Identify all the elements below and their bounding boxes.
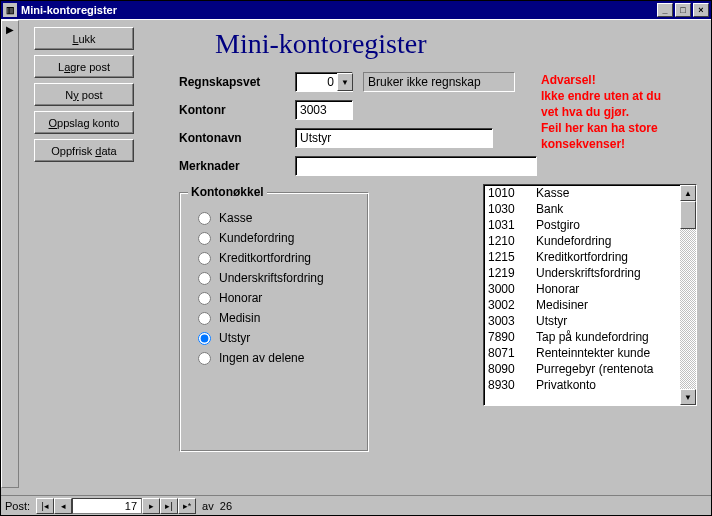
radio-utstyr[interactable]: Utstyr bbox=[198, 331, 368, 345]
nav-new-button[interactable]: ▸* bbox=[178, 498, 196, 514]
list-item[interactable]: 8071Renteinntekter kunde bbox=[484, 345, 680, 361]
label-kontonavn: Kontonavn bbox=[179, 131, 242, 145]
scroll-thumb[interactable] bbox=[680, 201, 696, 229]
radio-input[interactable] bbox=[198, 292, 211, 305]
radio-label: Ingen av delene bbox=[219, 351, 304, 365]
list-item-nr: 1215 bbox=[488, 250, 536, 264]
list-item-navn: Privatkonto bbox=[536, 378, 680, 392]
list-item-navn: Medisiner bbox=[536, 298, 680, 312]
radio-input[interactable] bbox=[198, 232, 211, 245]
warning-line: Feil her kan ha store bbox=[541, 120, 661, 136]
record-selector[interactable]: ▶ bbox=[1, 20, 19, 488]
lukk-button[interactable]: Lukk bbox=[34, 27, 134, 50]
nav-prev-button[interactable]: ◂ bbox=[54, 498, 72, 514]
nav-first-button[interactable]: |◂ bbox=[36, 498, 54, 514]
radio-kasse[interactable]: Kasse bbox=[198, 211, 368, 225]
list-item-nr: 3002 bbox=[488, 298, 536, 312]
list-item[interactable]: 1010Kasse bbox=[484, 185, 680, 201]
list-item[interactable]: 3002Medisiner bbox=[484, 297, 680, 313]
radio-input[interactable] bbox=[198, 252, 211, 265]
radio-input[interactable] bbox=[198, 352, 211, 365]
warning-text: Advarsel! Ikke endre uten at du vet hva … bbox=[541, 72, 661, 152]
nav-total: 26 bbox=[220, 500, 232, 512]
label-merknader: Merknader bbox=[179, 159, 240, 173]
kontonavn-input[interactable]: Utstyr bbox=[295, 128, 493, 148]
list-item-navn: Postgiro bbox=[536, 218, 680, 232]
radio-label: Kreditkortfordring bbox=[219, 251, 311, 265]
nav-last-button[interactable]: ▸| bbox=[160, 498, 178, 514]
konto-listbox[interactable]: 1010Kasse1030Bank1031Postgiro1210Kundefo… bbox=[483, 184, 697, 406]
radio-honorar[interactable]: Honorar bbox=[198, 291, 368, 305]
radio-input[interactable] bbox=[198, 332, 211, 345]
list-item-nr: 3003 bbox=[488, 314, 536, 328]
list-item-nr: 1030 bbox=[488, 202, 536, 216]
radio-input[interactable] bbox=[198, 312, 211, 325]
radio-ingen-av-delene[interactable]: Ingen av delene bbox=[198, 351, 368, 365]
list-item-nr: 1031 bbox=[488, 218, 536, 232]
list-item-nr: 1219 bbox=[488, 266, 536, 280]
nav-current-record[interactable]: 17 bbox=[72, 498, 142, 514]
nav-next-button[interactable]: ▸ bbox=[142, 498, 160, 514]
radio-label: Kasse bbox=[219, 211, 252, 225]
radio-kreditkortfordring[interactable]: Kreditkortfordring bbox=[198, 251, 368, 265]
window: ▥ Mini-kontoregister _ □ × ▶ Lukk Lagre … bbox=[0, 0, 712, 516]
list-item-nr: 8090 bbox=[488, 362, 536, 376]
list-item-navn: Honorar bbox=[536, 282, 680, 296]
list-item[interactable]: 3003Utstyr bbox=[484, 313, 680, 329]
regnskapsvet-dropdown-button[interactable]: ▼ bbox=[337, 73, 353, 91]
list-item-navn: Purregebyr (rentenota bbox=[536, 362, 680, 376]
list-item-nr: 1210 bbox=[488, 234, 536, 248]
lagre-post-button[interactable]: Lagre post bbox=[34, 55, 134, 78]
nav-of-label: av bbox=[202, 500, 214, 512]
list-item-nr: 3000 bbox=[488, 282, 536, 296]
warning-line: Ikke endre uten at du bbox=[541, 88, 661, 104]
radio-kundefordring[interactable]: Kundefordring bbox=[198, 231, 368, 245]
kontonokkel-frame-title: Kontonøkkel bbox=[188, 185, 267, 199]
kontonr-input[interactable]: 3003 bbox=[295, 100, 353, 120]
ny-post-button[interactable]: Ny post bbox=[34, 83, 134, 106]
list-item-navn: Kundefordring bbox=[536, 234, 680, 248]
nav-label: Post: bbox=[5, 500, 30, 512]
list-item[interactable]: 8090Purregebyr (rentenota bbox=[484, 361, 680, 377]
warning-line: vet hva du gjør. bbox=[541, 104, 661, 120]
scroll-up-button[interactable]: ▲ bbox=[680, 185, 696, 201]
radio-label: Honorar bbox=[219, 291, 262, 305]
list-item[interactable]: 1219Underskriftsfordring bbox=[484, 265, 680, 281]
list-item-navn: Renteinntekter kunde bbox=[536, 346, 680, 360]
scrollbar[interactable]: ▲ ▼ bbox=[680, 185, 696, 405]
oppslag-konto-button[interactable]: Oppslag konto bbox=[34, 111, 134, 134]
list-item[interactable]: 1210Kundefordring bbox=[484, 233, 680, 249]
list-item-nr: 8071 bbox=[488, 346, 536, 360]
oppfrisk-data-button[interactable]: Oppfrisk data bbox=[34, 139, 134, 162]
regnskapsvet-description: Bruker ikke regnskap bbox=[363, 72, 515, 92]
kontonokkel-frame: Kontonøkkel KasseKundefordringKreditkort… bbox=[179, 192, 369, 452]
radio-underskriftsfordring[interactable]: Underskriftsfordring bbox=[198, 271, 368, 285]
list-item-navn: Bank bbox=[536, 202, 680, 216]
radio-medisin[interactable]: Medisin bbox=[198, 311, 368, 325]
list-item[interactable]: 7890Tap på kundefordring bbox=[484, 329, 680, 345]
warning-line: konsekvenser! bbox=[541, 136, 661, 152]
list-item-navn: Utstyr bbox=[536, 314, 680, 328]
page-title: Mini-kontoregister bbox=[215, 28, 427, 60]
close-button[interactable]: × bbox=[693, 3, 709, 17]
window-title: Mini-kontoregister bbox=[21, 4, 655, 16]
list-item[interactable]: 8930Privatkonto bbox=[484, 377, 680, 393]
radio-label: Kundefordring bbox=[219, 231, 294, 245]
list-item-nr: 8930 bbox=[488, 378, 536, 392]
list-item[interactable]: 1031Postgiro bbox=[484, 217, 680, 233]
list-item-navn: Kasse bbox=[536, 186, 680, 200]
list-item[interactable]: 3000Honorar bbox=[484, 281, 680, 297]
minimize-button[interactable]: _ bbox=[657, 3, 673, 17]
maximize-button[interactable]: □ bbox=[675, 3, 691, 17]
scroll-down-button[interactable]: ▼ bbox=[680, 389, 696, 405]
scroll-track[interactable] bbox=[680, 201, 696, 389]
radio-input[interactable] bbox=[198, 272, 211, 285]
form-icon: ▥ bbox=[3, 3, 17, 17]
radio-input[interactable] bbox=[198, 212, 211, 225]
radio-label: Medisin bbox=[219, 311, 260, 325]
list-item[interactable]: 1030Bank bbox=[484, 201, 680, 217]
list-item[interactable]: 1215Kreditkortfordring bbox=[484, 249, 680, 265]
list-item-navn: Kreditkortfordring bbox=[536, 250, 680, 264]
merknader-input[interactable] bbox=[295, 156, 537, 176]
radio-label: Utstyr bbox=[219, 331, 250, 345]
